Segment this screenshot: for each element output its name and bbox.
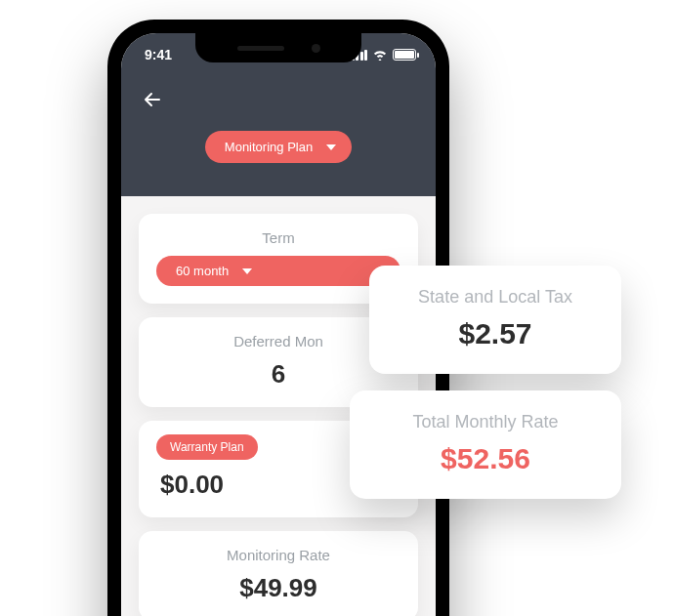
term-dropdown[interactable]: 60 month: [156, 256, 400, 286]
total-card: Total Monthly Rate $52.56: [350, 390, 621, 499]
monitoring-plan-dropdown[interactable]: Monitoring Plan: [205, 131, 352, 163]
battery-icon: [393, 49, 416, 61]
status-time: 9:41: [145, 47, 172, 62]
deferred-label: Deferred Mon: [156, 333, 400, 349]
total-value: $52.56: [379, 442, 592, 475]
tax-value: $2.57: [399, 317, 592, 350]
back-button[interactable]: [139, 86, 166, 113]
tax-card: State and Local Tax $2.57: [369, 266, 621, 374]
total-label: Total Monthly Rate: [379, 412, 592, 432]
monitoring-card: Monitoring Rate $49.99: [139, 531, 418, 616]
tax-label: State and Local Tax: [399, 287, 592, 308]
monitoring-value: $49.99: [156, 573, 400, 603]
deferred-value: 6: [156, 359, 400, 390]
chevron-down-icon: [326, 144, 336, 150]
warranty-plan-dropdown[interactable]: Warranty Plan: [156, 434, 258, 460]
term-value: 60 month: [176, 264, 229, 278]
phone-notch: [195, 33, 361, 62]
term-label: Term: [156, 229, 400, 246]
chevron-down-icon: [242, 268, 252, 274]
monitoring-plan-label: Monitoring Plan: [225, 140, 313, 154]
monitoring-label: Monitoring Rate: [156, 547, 400, 563]
wifi-icon: [372, 49, 388, 61]
app-header: Monitoring Plan: [121, 76, 436, 196]
status-right: [352, 49, 417, 61]
